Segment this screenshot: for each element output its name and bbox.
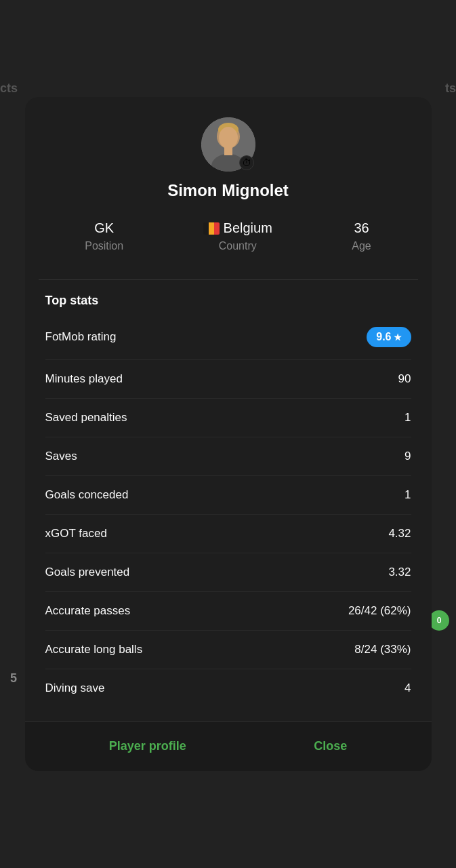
stat-name-saves: Saves [45,450,77,463]
stat-value-xgot: 4.32 [388,527,411,540]
stat-row-saves: Saves 9 [45,437,411,476]
stat-row-goals-conceded: Goals conceded 1 [45,476,411,515]
rating-value: 9.6 [376,331,391,343]
top-stats-label: Top stats [45,294,411,308]
stat-row-minutes: Minutes played 90 [45,360,411,399]
stat-name-xgot: xGOT faced [45,527,107,540]
age-value: 36 [354,220,369,236]
stat-value-accurate-passes: 26/42 (62%) [348,604,411,618]
country-label: Country [219,240,257,252]
position-value: GK [94,220,114,236]
stat-name-goals-prevented: Goals prevented [45,566,130,579]
stat-value-saves: 9 [405,450,411,463]
stat-row-xgot: xGOT faced 4.32 [45,515,411,553]
bg-right-text: ts [445,81,456,96]
position-label: Position [85,240,123,252]
stat-name-saved-penalties: Saved penalties [45,411,127,425]
overlay: cts ts 0 5 [0,0,456,868]
stat-name-fotmob: FotMob rating [45,330,117,344]
age-label: Age [352,240,371,252]
stat-value-diving-save: 4 [405,682,411,695]
stat-name-accurate-long-balls: Accurate long balls [45,643,143,656]
country-value: Belgium [203,220,272,236]
stats-section: Top stats FotMob rating 9.6 ★ Minutes pl… [25,280,432,721]
stat-name-diving-save: Diving save [45,682,105,695]
stat-value-goals-prevented: 3.32 [388,566,411,579]
player-profile-button[interactable]: Player profile [96,734,200,759]
svg-rect-5 [224,147,232,155]
stat-row-saved-penalties: Saved penalties 1 [45,399,411,437]
belgium-flag [203,222,220,235]
stat-value-accurate-long-balls: 8/24 (33%) [354,643,411,656]
clock-icon: ⏱ [242,157,251,168]
stat-name-minutes: Minutes played [45,372,123,386]
stat-row-accurate-long-balls: Accurate long balls 8/24 (33%) [45,631,411,669]
avatar-container: ⏱ [201,117,255,172]
stat-row-goals-prevented: Goals prevented 3.32 [45,553,411,592]
close-button[interactable]: Close [300,734,360,759]
number-badge: 5 [10,671,17,686]
age-cell: 36 Age [352,220,371,252]
star-icon: ★ [394,332,402,342]
player-info-row: GK Position Belgium Country [45,214,411,266]
modal-footer: Player profile Close [25,721,432,771]
modal-header: ⏱ Simon Mignolet GK Position [25,97,432,279]
green-circle-badge: 0 [429,610,449,631]
player-name: Simon Mignolet [167,181,289,200]
clock-badge: ⏱ [239,155,254,170]
stat-row-diving-save: Diving save 4 [45,669,411,707]
country-cell: Belgium Country [203,220,272,252]
stat-value-saved-penalties: 1 [405,411,411,425]
rating-badge: 9.6 ★ [367,327,411,347]
bg-left-text: cts [0,81,18,96]
stat-name-accurate-passes: Accurate passes [45,604,131,618]
svg-point-3 [219,127,238,149]
stat-row-accurate-passes: Accurate passes 26/42 (62%) [45,592,411,631]
stat-value-minutes: 90 [398,372,411,386]
stat-value-goals-conceded: 1 [405,488,411,502]
stat-name-goals-conceded: Goals conceded [45,488,129,502]
stat-row-fotmob: FotMob rating 9.6 ★ [45,315,411,360]
position-cell: GK Position [85,220,123,252]
player-modal: ⏱ Simon Mignolet GK Position [25,97,432,771]
